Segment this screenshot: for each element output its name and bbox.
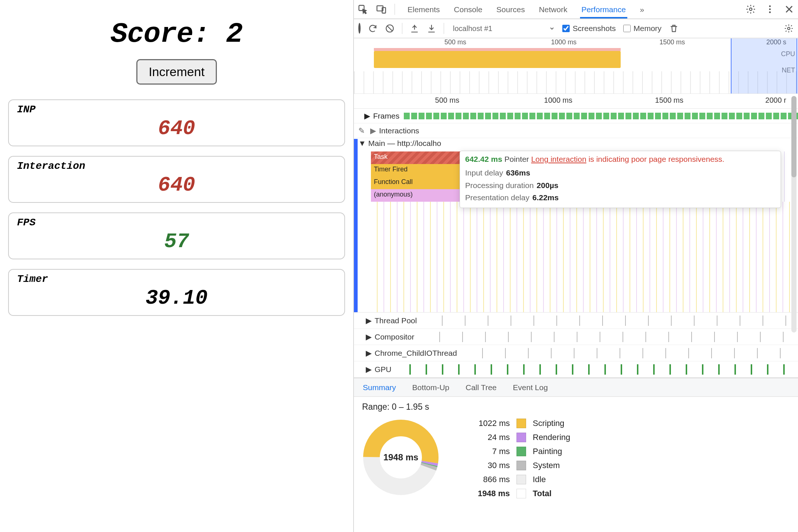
gpu-expand-icon[interactable]: ▶ xyxy=(366,365,372,374)
thread-pool-track[interactable]: ▶ Thread Pool xyxy=(354,313,798,329)
reload-record-icon[interactable] xyxy=(368,24,378,33)
childio-expand-icon[interactable]: ▶ xyxy=(366,349,372,358)
close-devtools-icon[interactable] xyxy=(784,4,794,14)
flame-ruler[interactable]: 500 ms 1000 ms 1500 ms 2000 r xyxy=(354,94,798,109)
compositor-track[interactable]: ▶ Compositor xyxy=(354,329,798,345)
capture-settings-icon[interactable] xyxy=(784,24,794,33)
tab-bottom-up[interactable]: Bottom-Up xyxy=(412,380,450,395)
threadpool-expand-icon[interactable]: ▶ xyxy=(366,316,372,325)
donut-center-value: 1948 ms xyxy=(362,419,440,496)
svg-point-4 xyxy=(769,6,771,7)
overview-cpu-activity xyxy=(374,51,621,68)
save-profile-icon[interactable] xyxy=(427,24,436,33)
interaction-tooltip: 642.42 ms Pointer Long interaction is in… xyxy=(460,151,781,208)
legend-total: 1948 msTotal xyxy=(462,489,570,498)
screenshots-checkbox-input[interactable] xyxy=(562,25,570,32)
inspect-icon[interactable] xyxy=(358,4,368,14)
increment-button[interactable]: Increment xyxy=(136,59,216,85)
kebab-menu-icon[interactable] xyxy=(765,4,775,14)
tab-performance[interactable]: Performance xyxy=(580,1,627,17)
card-inp-label: INP xyxy=(17,104,336,115)
frames-label: Frames xyxy=(373,112,399,120)
tab-network[interactable]: Network xyxy=(538,1,569,17)
devtools-panel: Elements Console Sources Network Perform… xyxy=(353,0,798,532)
clear-icon[interactable] xyxy=(385,24,395,33)
svg-point-8 xyxy=(788,27,790,30)
flame-micro-activity[interactable] xyxy=(371,202,794,312)
card-inp: INP 640 xyxy=(8,99,345,146)
track-gutter xyxy=(354,139,358,312)
childio-label: Chrome_ChildIOThread xyxy=(375,349,457,358)
interactions-track[interactable]: ✎ ▶ Interactions xyxy=(354,123,798,138)
tab-elements[interactable]: Elements xyxy=(406,1,441,17)
performance-toolbar: localhost #1 Screenshots Memory xyxy=(354,19,798,38)
card-fps: FPS 57 xyxy=(8,212,345,259)
interactions-label: Interactions xyxy=(379,126,419,135)
overview-selection-handle[interactable] xyxy=(731,38,797,93)
tooltip-long-interaction-link[interactable]: Long interaction xyxy=(531,155,586,163)
card-inp-value: 640 xyxy=(17,117,336,140)
tooltip-duration: 642.42 ms xyxy=(465,155,502,163)
card-fps-label: FPS xyxy=(17,217,336,228)
card-fps-value: 57 xyxy=(17,230,336,253)
svg-point-3 xyxy=(750,8,752,11)
interactions-expand-icon[interactable]: ▶ xyxy=(370,126,376,135)
tooltip-msg: is indicating poor page responsiveness. xyxy=(589,155,724,163)
tooltip-presentation: Presentation delay6.22ms xyxy=(465,191,775,204)
card-interaction-value: 640 xyxy=(17,173,336,197)
compositor-expand-icon[interactable]: ▶ xyxy=(366,332,372,341)
card-timer-label: Timer xyxy=(17,273,336,285)
tooltip-processing: Processing duration200µs xyxy=(465,179,775,192)
summary-legend: 1022 msScripting 24 msRendering 7 msPain… xyxy=(462,419,570,498)
card-interaction: Interaction 640 xyxy=(8,156,345,203)
score-value: 2 xyxy=(226,18,243,50)
tab-call-tree[interactable]: Call Tree xyxy=(465,380,497,395)
score-heading: Score: 2 xyxy=(8,18,345,50)
summary-pane: Range: 0 – 1.95 s 1948 ms 1022 msScripti… xyxy=(354,397,798,504)
target-select[interactable]: localhost #1 xyxy=(451,24,555,33)
svg-point-6 xyxy=(769,11,771,13)
summary-range: Range: 0 – 1.95 s xyxy=(362,402,790,412)
tooltip-kind: Pointer xyxy=(504,155,529,163)
edit-icon[interactable]: ✎ xyxy=(358,126,365,135)
tab-event-log[interactable]: Event Log xyxy=(512,380,549,395)
card-timer-value: 39.10 xyxy=(17,286,336,310)
card-timer: Timer 39.10 xyxy=(8,269,345,316)
main-label: Main — http://localho xyxy=(368,139,441,148)
screenshots-checkbox[interactable]: Screenshots xyxy=(562,24,616,33)
legend-idle: 866 msIdle xyxy=(462,475,570,484)
memory-checkbox-input[interactable] xyxy=(623,25,631,32)
memory-checkbox[interactable]: Memory xyxy=(623,24,662,33)
devtools-settings-icon[interactable] xyxy=(746,4,756,14)
summary-donut: 1948 ms xyxy=(362,419,440,496)
compositor-label: Compositor xyxy=(375,332,414,341)
details-tabbar: Summary Bottom-Up Call Tree Event Log xyxy=(354,378,798,397)
frames-track[interactable]: ▶ Frames xyxy=(354,109,798,123)
record-button[interactable] xyxy=(358,24,361,33)
childio-track[interactable]: ▶ Chrome_ChildIOThread xyxy=(354,345,798,361)
threadpool-label: Thread Pool xyxy=(375,316,417,325)
device-toggle-icon[interactable] xyxy=(376,4,386,14)
gpu-track[interactable]: ▶ GPU xyxy=(354,361,798,378)
gc-icon[interactable] xyxy=(669,24,679,33)
tab-summary[interactable]: Summary xyxy=(362,380,397,395)
vertical-scrollbar[interactable] xyxy=(791,96,797,332)
load-profile-icon[interactable] xyxy=(410,24,419,33)
frames-expand-icon[interactable]: ▶ xyxy=(364,112,370,120)
timeline-overview[interactable]: 500 ms 1000 ms 1500 ms 2000 s CPU NET xyxy=(354,38,798,94)
legend-rendering: 24 msRendering xyxy=(462,433,570,442)
card-interaction-label: Interaction xyxy=(17,160,336,172)
tabs-overflow[interactable]: » xyxy=(638,1,646,17)
tab-sources[interactable]: Sources xyxy=(495,1,526,17)
gpu-label: GPU xyxy=(375,365,392,374)
scrollbar-thumb[interactable] xyxy=(791,96,797,177)
tooltip-input-delay: Input delay636ms xyxy=(465,167,775,179)
legend-scripting: 1022 msScripting xyxy=(462,419,570,428)
devtools-tabbar: Elements Console Sources Network Perform… xyxy=(354,0,798,19)
tab-console[interactable]: Console xyxy=(453,1,484,17)
legend-system: 30 msSystem xyxy=(462,461,570,470)
main-expand-icon[interactable]: ▼ xyxy=(358,139,366,148)
score-label: Score: xyxy=(111,18,210,50)
legend-painting: 7 msPainting xyxy=(462,447,570,456)
app-page: Score: 2 Increment INP 640 Interaction 6… xyxy=(0,0,353,532)
